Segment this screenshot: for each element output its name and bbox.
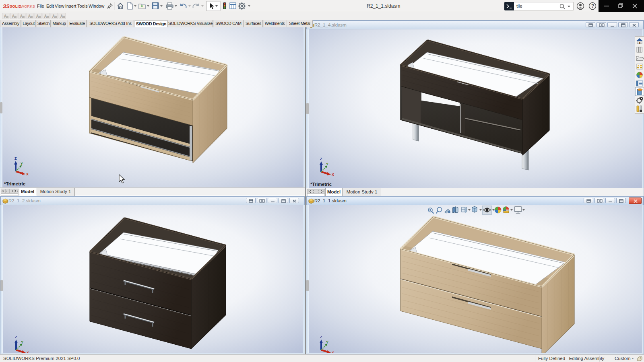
svg-text:Y: Y — [21, 162, 23, 166]
svg-text:A: A — [44, 14, 47, 19]
svg-text:Z: Z — [15, 335, 17, 339]
svg-text:A: A — [20, 14, 23, 19]
svg-text:A: A — [60, 14, 63, 19]
svg-text:ЗS: ЗS — [3, 3, 10, 9]
svg-text:WORKS: WORKS — [21, 4, 35, 8]
svg-text:Z: Z — [14, 156, 17, 160]
svg-text:Z: Z — [320, 335, 322, 339]
svg-text:X: X — [332, 173, 334, 177]
svg-text:A: A — [28, 14, 31, 19]
svg-text:A: A — [52, 14, 55, 19]
svg-text:Y: Y — [326, 162, 328, 166]
svg-text:?: ? — [591, 3, 594, 9]
svg-text:A: A — [4, 14, 7, 19]
svg-text:A: A — [12, 14, 15, 19]
svg-text:Z: Z — [320, 157, 322, 161]
svg-text:X: X — [26, 172, 29, 176]
svg-text:Y: Y — [326, 340, 328, 344]
svg-text:Y: Y — [21, 340, 23, 344]
svg-text:A: A — [36, 14, 39, 19]
svg-text:SOLID: SOLID — [10, 4, 21, 8]
